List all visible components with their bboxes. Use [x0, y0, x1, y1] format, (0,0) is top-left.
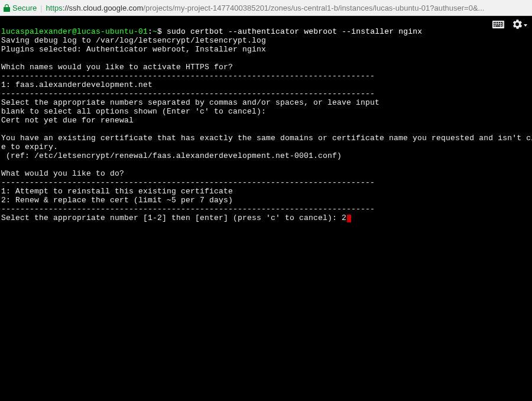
prompt-cwd: ~: [153, 27, 157, 36]
term-line: Select the appropriate numbers separated…: [1, 98, 379, 107]
terminal-cursor: [347, 215, 351, 222]
address-separator: |: [40, 4, 42, 12]
prompt-sep: :: [148, 27, 153, 36]
svg-rect-6: [494, 24, 495, 25]
term-line: What would you like to do?: [1, 169, 124, 178]
terminal-window[interactable]: lucaspalexander@lucas-ubuntu-01:~$ sudo …: [0, 16, 532, 401]
term-line: e to expiry.: [1, 143, 58, 151]
svg-rect-11: [495, 25, 500, 27]
svg-rect-8: [497, 24, 498, 25]
term-line: 2: Renew & replace the cert (limit ~5 pe…: [1, 196, 233, 205]
secure-label: Secure: [12, 4, 37, 12]
svg-rect-10: [501, 24, 502, 25]
term-line: ----------------------------------------…: [1, 72, 375, 80]
url-scheme: https: [46, 4, 63, 12]
lock-icon: [4, 4, 10, 12]
keyboard-icon[interactable]: [492, 20, 504, 31]
svg-rect-3: [497, 22, 498, 23]
term-line: ----------------------------------------…: [1, 205, 375, 214]
svg-rect-5: [501, 22, 502, 23]
term-line-prompt: Select the appropriate number [1-2] then…: [1, 214, 342, 222]
term-line: Cert not yet due for renewal: [1, 116, 134, 125]
svg-rect-13: [501, 25, 502, 27]
prompt-symbol: $: [157, 27, 167, 36]
settings-menu[interactable]: [512, 20, 527, 31]
term-line: Saving debug log to /var/log/letsencrypt…: [1, 36, 266, 45]
term-line: blank to select all options shown (Enter…: [1, 107, 266, 116]
term-line: Which names would you like to activate H…: [1, 63, 233, 72]
browser-address-bar[interactable]: Secure | https://ssh.cloud.google.com/pr…: [0, 0, 532, 16]
svg-rect-1: [494, 22, 495, 23]
term-line: Plugins selected: Authenticator webroot,…: [1, 45, 266, 54]
svg-rect-9: [499, 24, 500, 25]
term-line: 1: faas.alexanderdevelopment.net: [1, 80, 153, 89]
url-host: ://ssh.cloud.google.com: [63, 4, 144, 12]
term-line: 1: Attempt to reinstall this existing ce…: [1, 187, 233, 196]
prompt-user-host: lucaspalexander@lucas-ubuntu-01: [1, 27, 148, 36]
svg-rect-12: [494, 25, 495, 27]
gear-icon: [512, 20, 522, 31]
url-path: /projects/my-project-1477400385201/zones…: [143, 4, 484, 12]
svg-rect-4: [499, 22, 500, 23]
term-line: (ref: /etc/letsencrypt/renewal/faas.alex…: [1, 151, 342, 160]
url-text[interactable]: https://ssh.cloud.google.com/projects/my…: [46, 4, 528, 12]
term-input-value: 2: [342, 214, 346, 222]
svg-rect-2: [495, 22, 497, 23]
svg-rect-14: [502, 22, 503, 27]
svg-rect-7: [495, 24, 497, 25]
term-line: You have an existing certificate that ha…: [1, 134, 532, 143]
terminal-toolbar: [492, 20, 527, 31]
term-line: ----------------------------------------…: [1, 178, 375, 187]
chevron-down-icon: [524, 24, 527, 27]
terminal-content[interactable]: lucaspalexander@lucas-ubuntu-01:~$ sudo …: [0, 16, 532, 234]
term-line: ----------------------------------------…: [1, 89, 375, 98]
prompt-command: sudo certbot --authenticator webroot --i…: [167, 27, 422, 36]
